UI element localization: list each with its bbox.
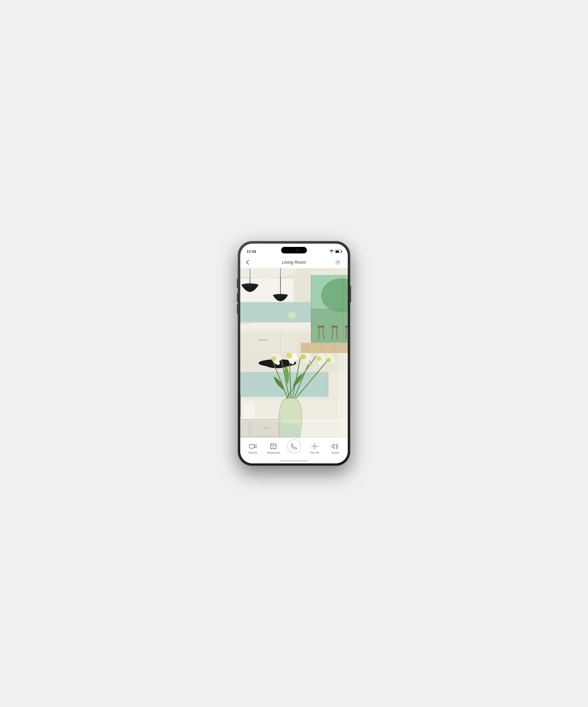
- screenshot-button[interactable]: Screenshot: [267, 443, 280, 454]
- svg-rect-26: [311, 309, 348, 343]
- sound-icon: [331, 443, 339, 450]
- svg-point-94: [317, 356, 321, 361]
- svg-point-19: [241, 283, 258, 287]
- svg-point-98: [326, 358, 331, 362]
- svg-point-105: [314, 445, 315, 447]
- svg-point-21: [273, 294, 288, 297]
- svg-point-89: [301, 354, 306, 359]
- front-camera: [296, 249, 299, 251]
- sound-button[interactable]: Sound: [328, 443, 342, 454]
- record-label: Record: [249, 451, 257, 454]
- wifi-icon: [330, 250, 334, 253]
- svg-rect-32: [311, 309, 348, 309]
- svg-rect-12: [280, 329, 298, 353]
- bottom-toolbar: Record: [240, 438, 348, 463]
- svg-point-79: [271, 356, 276, 361]
- pan-tilt-icon: [310, 443, 319, 450]
- sound-label: Sound: [332, 451, 339, 454]
- phone-frame: 17:33 Living: [238, 241, 350, 466]
- bottom-camera-scene: [240, 353, 348, 438]
- dynamic-island: [281, 247, 307, 254]
- svg-rect-100: [240, 420, 348, 421]
- camera-feed-top: [240, 268, 348, 353]
- screenshot-icon: [269, 443, 278, 450]
- svg-point-62: [244, 400, 254, 403]
- status-time: 17:33: [247, 249, 256, 254]
- pan-tilt-button[interactable]: Pan-Tilt: [308, 443, 321, 454]
- status-icons: [330, 250, 341, 253]
- camera-feeds: [240, 268, 348, 438]
- phone-screen: 17:33 Living: [240, 244, 348, 463]
- svg-rect-101: [249, 444, 254, 448]
- svg-rect-11: [247, 329, 280, 353]
- home-indicator: [280, 460, 308, 462]
- page-title: Living Room: [282, 260, 306, 265]
- battery-icon: [335, 250, 341, 253]
- svg-rect-10: [240, 329, 247, 353]
- svg-rect-41: [345, 326, 348, 328]
- back-button[interactable]: [246, 260, 254, 265]
- svg-rect-15: [240, 328, 311, 332]
- svg-point-23: [288, 312, 296, 318]
- svg-rect-14: [258, 339, 269, 340]
- screenshot-label: Screenshot: [267, 451, 280, 454]
- pan-tilt-label: Pan-Tilt: [310, 451, 319, 454]
- record-button[interactable]: Record: [246, 443, 260, 454]
- svg-rect-58: [240, 394, 241, 417]
- svg-rect-67: [263, 427, 269, 428]
- svg-rect-99: [338, 353, 348, 438]
- settings-button[interactable]: [334, 258, 342, 267]
- svg-rect-44: [301, 343, 348, 353]
- svg-point-0: [337, 262, 339, 263]
- svg-rect-64: [240, 421, 248, 435]
- svg-rect-35: [318, 326, 324, 328]
- svg-rect-38: [332, 326, 338, 328]
- record-icon: [249, 443, 257, 450]
- battery-fill: [336, 250, 339, 252]
- nav-header: Living Room: [240, 257, 348, 268]
- svg-rect-61: [244, 402, 255, 419]
- top-camera-scene: [240, 268, 348, 353]
- svg-rect-65: [252, 421, 278, 435]
- call-button[interactable]: [287, 439, 301, 453]
- camera-feed-bottom: [240, 353, 348, 438]
